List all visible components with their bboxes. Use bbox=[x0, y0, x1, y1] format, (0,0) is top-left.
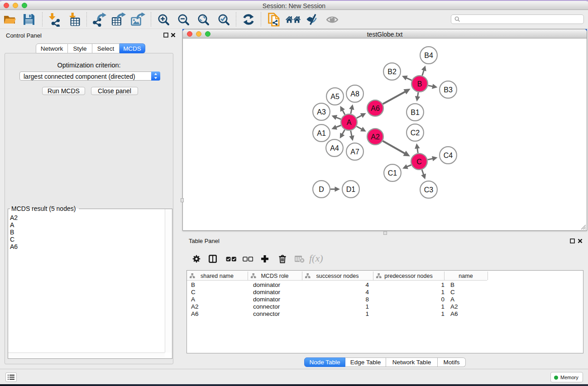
svg-text:A: A bbox=[347, 119, 352, 126]
svg-text:C: C bbox=[416, 158, 422, 166]
svg-text:A4: A4 bbox=[330, 144, 339, 152]
svg-text:B4: B4 bbox=[424, 52, 433, 59]
svg-text:C4: C4 bbox=[444, 152, 453, 159]
svg-text:B2: B2 bbox=[387, 68, 397, 76]
svg-text:A2: A2 bbox=[371, 133, 380, 141]
svg-text:A7: A7 bbox=[350, 148, 359, 156]
svg-text:C1: C1 bbox=[388, 169, 397, 177]
svg-text:B: B bbox=[417, 80, 422, 88]
svg-text:A3: A3 bbox=[317, 108, 326, 116]
svg-text:A1: A1 bbox=[317, 129, 326, 137]
svg-text:A5: A5 bbox=[330, 93, 339, 100]
svg-text:D1: D1 bbox=[346, 186, 356, 193]
svg-text:A6: A6 bbox=[371, 105, 380, 112]
svg-text:B1: B1 bbox=[411, 109, 420, 116]
svg-text:A8: A8 bbox=[350, 90, 359, 98]
svg-text:D: D bbox=[319, 186, 324, 193]
svg-text:B3: B3 bbox=[444, 86, 453, 94]
svg-text:C3: C3 bbox=[424, 186, 434, 194]
svg-text:C2: C2 bbox=[411, 129, 420, 137]
